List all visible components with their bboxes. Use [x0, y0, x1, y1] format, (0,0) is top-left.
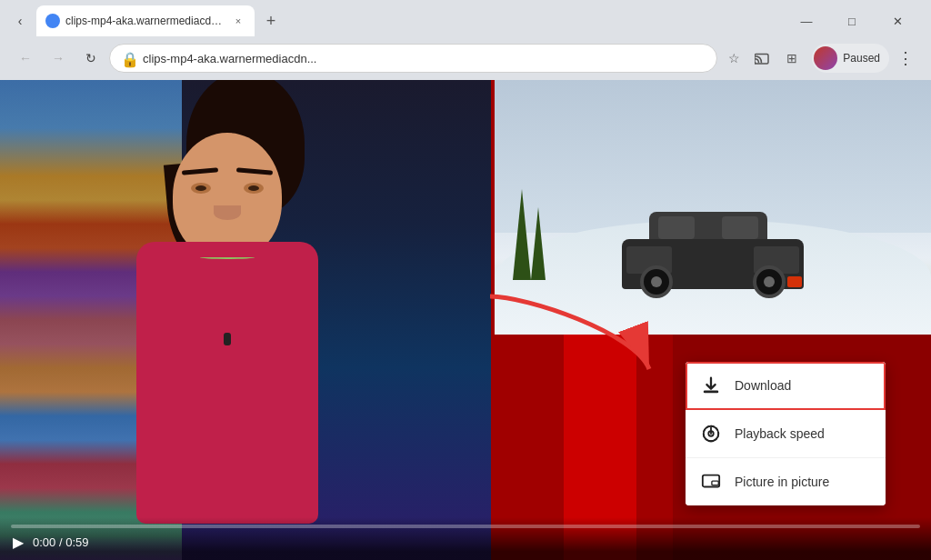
context-menu-pip[interactable]: Picture in picture	[686, 458, 886, 505]
car-wheel-right	[753, 265, 786, 298]
sidebar-button[interactable]: ⊞	[779, 45, 805, 71]
download-icon	[700, 375, 722, 396]
address-favicon: 🔒	[121, 51, 135, 65]
progress-bar[interactable]	[11, 525, 920, 528]
snow-car	[622, 225, 804, 298]
cast-button[interactable]	[750, 45, 776, 71]
svg-rect-3	[704, 391, 719, 394]
tab-bar: ‹ clips-mp4-aka.warnermediacdn... × + — …	[0, 0, 931, 36]
playback-speed-icon	[700, 423, 722, 445]
anchor-body	[136, 242, 318, 524]
browser-chrome: ‹ clips-mp4-aka.warnermediacdn... × + — …	[0, 0, 931, 80]
time-display: 0:00 / 0:59	[33, 535, 88, 549]
address-bar: ← → ↻ 🔒 clips-mp4-aka.warnermediacdn... …	[0, 36, 931, 80]
address-input[interactable]: 🔒 clips-mp4-aka.warnermediacdn...	[109, 44, 717, 73]
refresh-button[interactable]: ↻	[76, 44, 105, 73]
minimize-button[interactable]: —	[786, 8, 827, 34]
playback-speed-label: Playback speed	[735, 426, 825, 441]
profile-button[interactable]: Paused	[812, 44, 889, 73]
anchor-head	[173, 133, 282, 260]
tab-favicon	[45, 14, 60, 28]
snow-scene	[495, 80, 931, 335]
context-menu-playback-speed[interactable]: Playback speed	[686, 410, 886, 458]
tab-close-button[interactable]: ×	[231, 14, 245, 28]
context-menu-download[interactable]: Download	[686, 362, 886, 410]
close-button[interactable]: ✕	[876, 8, 918, 34]
context-menu: Download Playback speed Picture in p	[686, 362, 886, 505]
menu-button[interactable]: ⋮	[891, 44, 920, 73]
video-container: Download Playback speed Picture in p	[0, 80, 931, 560]
play-pause-button[interactable]: ▶	[11, 532, 25, 553]
tab-scroll-left[interactable]: ‹	[7, 8, 33, 34]
download-label: Download	[735, 378, 791, 393]
controls-row: ▶ 0:00 / 0:59	[11, 532, 920, 553]
tab-title: clips-mp4-aka.warnermediacdn...	[65, 15, 225, 27]
maximize-button[interactable]: □	[831, 8, 873, 34]
anchor-figure	[91, 133, 364, 524]
profile-name: Paused	[843, 52, 880, 65]
time-current: 0:00	[33, 535, 55, 549]
picture-in-picture-icon	[700, 471, 722, 493]
time-total: 0:59	[65, 535, 88, 549]
svg-rect-9	[712, 481, 718, 485]
bookmark-button[interactable]: ☆	[721, 45, 746, 71]
video-controls: ▶ 0:00 / 0:59	[0, 517, 931, 560]
address-right-icons: ☆ ⊞	[721, 45, 805, 71]
active-tab[interactable]: clips-mp4-aka.warnermediacdn... ×	[36, 5, 255, 36]
avatar	[814, 46, 837, 70]
back-button[interactable]: ←	[11, 44, 40, 73]
pip-label: Picture in picture	[735, 475, 829, 489]
forward-button[interactable]: →	[44, 44, 73, 73]
new-tab-button[interactable]: +	[258, 8, 284, 34]
window-controls: — □ ✕	[786, 8, 924, 34]
video-anchor-panel	[0, 80, 491, 560]
toolbar-right: Paused ⋮	[812, 44, 920, 73]
url-text: clips-mp4-aka.warnermediacdn...	[143, 52, 706, 65]
car-wheel-left	[640, 265, 673, 298]
